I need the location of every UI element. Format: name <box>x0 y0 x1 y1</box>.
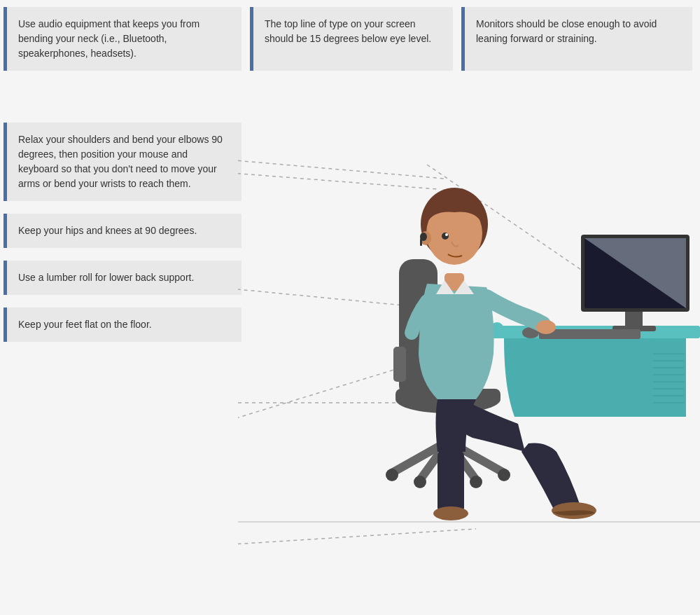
illustration <box>238 109 700 613</box>
svg-point-37 <box>414 476 426 488</box>
tip-shoulders-text: Relax your shoulders and bend your elbow… <box>18 134 223 189</box>
svg-line-6 <box>238 529 476 557</box>
svg-point-41 <box>536 320 556 334</box>
tip-audio-text: Use audio equipment that keeps you from … <box>18 18 200 59</box>
tip-audio: Use audio equipment that keeps you from … <box>4 7 241 71</box>
svg-point-35 <box>386 469 398 481</box>
svg-rect-21 <box>625 312 643 327</box>
left-tips-column: Relax your shoulders and bend your elbow… <box>4 123 241 342</box>
tip-screen-height-text: The top line of type on your screen shou… <box>265 18 431 44</box>
tip-monitor-distance-text: Monitors should be close enough to avoid… <box>476 18 657 44</box>
svg-point-51 <box>445 233 448 236</box>
tip-hips-knees: Keep your hips and knees at 90 degrees. <box>4 214 241 248</box>
svg-rect-28 <box>393 347 406 382</box>
svg-line-1 <box>238 158 444 179</box>
svg-point-36 <box>498 469 510 481</box>
svg-point-43 <box>433 506 468 520</box>
svg-rect-8 <box>651 340 686 417</box>
svg-rect-49 <box>420 239 422 246</box>
top-tips-row: Use audio equipment that keeps you from … <box>4 7 696 71</box>
svg-rect-42 <box>438 450 464 513</box>
tip-feet: Keep your feet flat on the floor. <box>4 308 241 342</box>
tip-feet-text: Keep your feet flat on the floor. <box>18 319 152 330</box>
svg-line-0 <box>238 158 438 189</box>
tip-lumbar: Use a lumber roll for lower back support… <box>4 261 241 295</box>
main-container: Use audio equipment that keeps you from … <box>0 0 700 615</box>
tip-lumbar-text: Use a lumber roll for lower back support… <box>18 272 194 283</box>
tip-hips-knees-text: Keep your hips and knees at 90 degrees. <box>18 225 197 236</box>
svg-point-50 <box>442 233 449 240</box>
tip-screen-height: The top line of type on your screen shou… <box>250 7 453 71</box>
tip-shoulders: Relax your shoulders and bend your elbow… <box>4 123 241 201</box>
tip-monitor-distance: Monitors should be close enough to avoid… <box>461 7 692 71</box>
svg-point-38 <box>470 476 482 488</box>
